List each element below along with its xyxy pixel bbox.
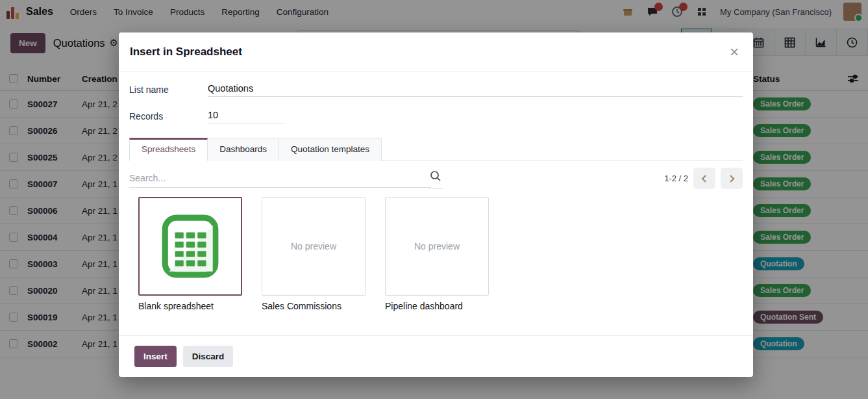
- card-pipeline-dashboard[interactable]: No preview: [385, 197, 489, 296]
- insert-button[interactable]: Insert: [134, 346, 177, 367]
- dialog-tabs: Spreadsheets Dashboards Quotation templa…: [129, 137, 743, 161]
- tab-dashboards[interactable]: Dashboards: [208, 138, 279, 161]
- dialog-header: Insert in Spreadsheet ×: [119, 32, 753, 71]
- no-preview-text: No preview: [291, 241, 336, 251]
- card-label-sales-commissions: Sales Commissions: [262, 301, 366, 311]
- list-name-input[interactable]: [208, 82, 743, 97]
- dialog-title: Insert in Spreadsheet: [130, 45, 242, 58]
- pager-range: 1-2 / 2: [664, 174, 688, 183]
- search-icon[interactable]: [428, 168, 443, 189]
- records-label: Records: [129, 111, 208, 122]
- insert-in-spreadsheet-dialog: Insert in Spreadsheet × List name Record…: [119, 32, 753, 377]
- no-preview-text: No preview: [414, 241, 460, 251]
- pager-next-button[interactable]: [721, 168, 743, 189]
- close-icon[interactable]: ×: [730, 44, 739, 60]
- card-label-blank-spreadsheet: Blank spreadsheet: [138, 301, 242, 311]
- records-input[interactable]: [208, 109, 284, 123]
- spreadsheet-icon: [158, 214, 222, 279]
- dialog-footer: Insert Discard: [119, 335, 753, 377]
- card-label-pipeline-dashboard: Pipeline dashboard: [385, 301, 489, 311]
- card-blank-spreadsheet[interactable]: [138, 197, 242, 296]
- tab-spreadsheets[interactable]: Spreadsheets: [129, 138, 208, 161]
- card-sales-commissions[interactable]: No preview: [262, 197, 366, 296]
- list-name-label: List name: [129, 84, 208, 95]
- discard-button[interactable]: Discard: [183, 346, 234, 367]
- tab-quotation-templates[interactable]: Quotation templates: [279, 138, 382, 161]
- pager-previous-button[interactable]: [693, 168, 715, 189]
- spreadsheet-search-input[interactable]: [129, 169, 431, 188]
- pager: 1-2 / 2: [664, 168, 743, 189]
